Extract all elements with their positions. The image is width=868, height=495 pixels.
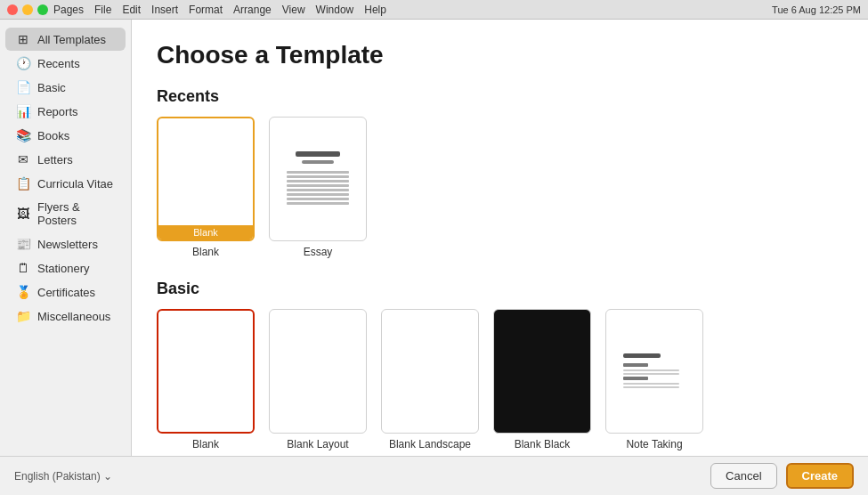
essay-body-line-3 [287,180,349,183]
misc-icon: 📁 [16,309,30,323]
sidebar-label-reports: Reports [37,105,78,118]
menu-insert[interactable]: Insert [151,4,178,16]
footer-buttons: Cancel Create [710,463,854,489]
sidebar-item-flyers-posters[interactable]: 🖼 Flyers & Posters [5,196,126,231]
recents-row: Blank Blank [157,117,843,258]
basic-icon: 📄 [16,80,30,94]
menu-view[interactable]: View [282,4,305,16]
sidebar-item-all-templates[interactable]: ⊞ All Templates [5,28,126,51]
newsletters-icon: 📰 [16,237,30,251]
sidebar-item-basic[interactable]: 📄 Basic [5,76,126,99]
sidebar-item-books[interactable]: 📚 Books [5,124,126,147]
template-thumb-essay[interactable] [269,117,367,241]
essay-body-line-6 [287,193,349,196]
section-title-basic: Basic [157,280,843,298]
sidebar-item-reports[interactable]: 📊 Reports [5,100,126,123]
titlebar: Pages File Edit Insert Format Arrange Vi… [0,0,868,20]
titlebar-right: Tue 6 Aug 12:25 PM [772,4,861,15]
sidebar-item-curricula-vitae[interactable]: 📋 Curricula Vitae [5,172,126,195]
footer-locale[interactable]: English (Pakistan) ⌄ [14,470,112,483]
menu-window[interactable]: Window [316,4,354,16]
locale-chevron-icon: ⌄ [103,470,112,483]
menu-edit[interactable]: Edit [122,4,141,16]
essay-body-line-5 [287,189,349,191]
sidebar-item-recents[interactable]: 🕐 Recents [5,52,126,75]
nt-line-3 [623,383,679,385]
sidebar-label-cv: Curricula Vitae [37,177,113,191]
template-thumb-blank-basic[interactable] [157,309,255,434]
sidebar-label-recents: Recents [37,57,80,70]
cv-icon: 📋 [16,176,30,191]
sidebar-item-letters[interactable]: ✉ Letters [5,148,126,171]
sidebar-item-newsletters[interactable]: 📰 Newsletters [5,232,126,256]
essay-body-line-4 [287,184,349,187]
nt-title-line [623,353,661,358]
sidebar-label-books: Books [37,129,69,142]
books-icon: 📚 [16,128,30,142]
sidebar: ⊞ All Templates 🕐 Recents 📄 Basic 📊 Repo… [0,20,132,456]
footer: English (Pakistan) ⌄ Cancel Create [0,456,868,495]
sidebar-label-basic: Basic [37,81,66,94]
template-name-blank-black: Blank Black [515,438,571,450]
essay-body-line-7 [287,198,349,200]
template-thumb-blank-landscape[interactable] [381,309,479,434]
template-item-blank-recents[interactable]: Blank Blank [157,117,255,258]
template-name-blank-recents: Blank [192,246,219,258]
template-thumb-blank-recents[interactable]: Blank [157,117,255,241]
menu-pages[interactable]: Pages [53,4,84,16]
flyers-icon: 🖼 [16,207,30,221]
sidebar-label-certificates: Certificates [37,286,95,299]
template-name-note-taking: Note Taking [626,438,682,450]
template-name-essay: Essay [304,246,333,258]
nt-section-line-2 [623,377,648,380]
menu-arrange[interactable]: Arrange [233,4,272,16]
main-area: ⊞ All Templates 🕐 Recents 📄 Basic 📊 Repo… [0,20,868,456]
menu-help[interactable]: Help [364,4,386,16]
template-thumb-note-taking[interactable] [605,309,703,434]
sidebar-label-flyers: Flyers & Posters [37,200,115,227]
menu-bar[interactable]: Pages File Edit Insert Format Arrange Vi… [53,4,386,16]
basic-row: Blank Blank Layout Blank Landscape Blank… [157,309,843,450]
menu-format[interactable]: Format [189,4,223,16]
template-badge-blank: Blank [158,225,253,239]
sidebar-label-all-templates: All Templates [37,33,106,46]
stationery-icon: 🗒 [16,261,30,275]
template-item-blank-layout[interactable]: Blank Layout [269,309,367,450]
template-thumb-blank-black[interactable] [493,309,591,434]
sidebar-item-miscellaneous[interactable]: 📁 Miscellaneous [5,304,126,328]
locale-label[interactable]: English (Pakistan) [14,470,101,483]
sidebar-item-certificates[interactable]: 🏅 Certificates [5,280,126,304]
nt-line-2 [623,373,679,375]
section-title-recents: Recents [157,87,843,106]
menu-file[interactable]: File [94,4,111,16]
template-item-essay[interactable]: Essay [269,117,367,258]
create-button[interactable]: Create [786,463,854,489]
all-templates-icon: ⊞ [16,32,30,46]
template-item-blank-basic[interactable]: Blank [157,309,255,450]
nt-line-4 [623,386,679,388]
template-item-blank-landscape[interactable]: Blank Landscape [381,309,479,450]
template-item-note-taking[interactable]: Note Taking [605,309,703,450]
essay-body-line-8 [287,202,349,205]
close-button[interactable] [7,4,18,15]
essay-body-line-1 [287,171,349,174]
content-area: Choose a Template Recents Blank Blank [132,20,868,456]
reports-icon: 📊 [16,104,30,118]
certificates-icon: 🏅 [16,285,30,299]
template-item-blank-black[interactable]: Blank Black [493,309,591,450]
essay-title-line [296,151,339,157]
cancel-button[interactable]: Cancel [710,463,776,489]
time-display: Tue 6 Aug 12:25 PM [772,4,861,15]
page-title: Choose a Template [157,41,843,69]
maximize-button[interactable] [37,4,48,15]
letters-icon: ✉ [16,152,30,166]
essay-body-line-2 [287,175,349,178]
sidebar-label-stationery: Stationery [37,262,90,275]
template-name-blank-landscape: Blank Landscape [389,438,471,450]
template-thumb-blank-layout[interactable] [269,309,367,434]
traffic-lights[interactable] [7,4,48,15]
notetaking-preview [616,346,693,397]
sidebar-item-stationery[interactable]: 🗒 Stationery [5,256,126,280]
sidebar-label-letters: Letters [37,153,73,166]
minimize-button[interactable] [22,4,33,15]
